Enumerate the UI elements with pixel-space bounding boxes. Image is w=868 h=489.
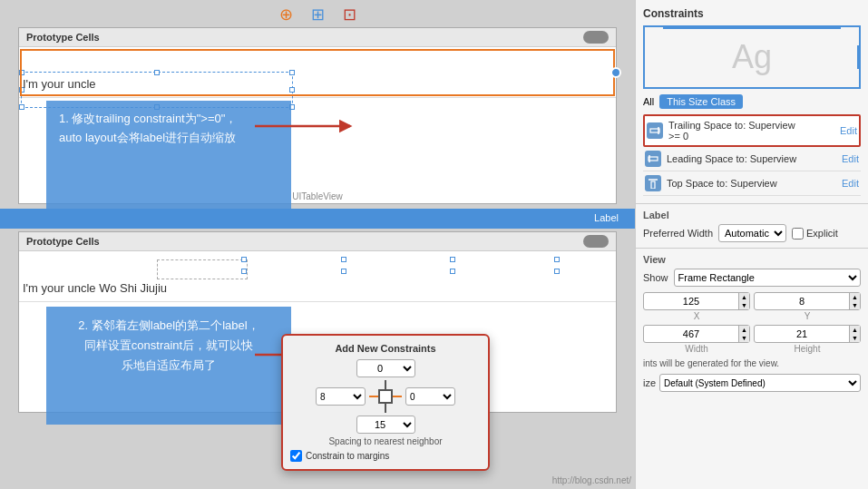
right-panel: Constraints Ag All This Size Class Trail… bbox=[635, 0, 868, 489]
handle-r4[interactable] bbox=[341, 257, 346, 262]
handle-r8[interactable] bbox=[554, 257, 560, 262]
explicit-check[interactable] bbox=[792, 228, 804, 240]
second-label-selection bbox=[157, 259, 248, 279]
icon-red-top[interactable]: ⊡ bbox=[343, 5, 356, 24]
label-badge: Label bbox=[585, 211, 628, 224]
x-input[interactable] bbox=[644, 296, 738, 307]
handle-mr[interactable] bbox=[289, 87, 295, 93]
width-label: Width bbox=[643, 344, 750, 354]
leading-icon bbox=[645, 151, 661, 167]
y-input[interactable] bbox=[755, 296, 849, 307]
y-up[interactable]: ▲ bbox=[850, 293, 860, 301]
preferred-width-select[interactable]: Automatic bbox=[718, 224, 786, 242]
trailing-value: >= 0 bbox=[668, 131, 840, 142]
add-constraints-title: Add New Constraints bbox=[290, 343, 481, 354]
size-select[interactable]: Default (System Defined) bbox=[659, 374, 861, 392]
x-up[interactable]: ▲ bbox=[739, 293, 749, 301]
proto-bottom-header: Prototype Cells bbox=[19, 232, 616, 251]
constrain-margins-label: Constrain to margins bbox=[306, 451, 389, 461]
constraint-middle-row: 8 0 bbox=[290, 380, 481, 413]
width-field: ▲ ▼ Width bbox=[643, 325, 750, 354]
notes-text: ints will be generated for the view. bbox=[643, 358, 779, 368]
height-stepper[interactable]: ▲ ▼ bbox=[849, 326, 860, 342]
handle-r2[interactable] bbox=[241, 257, 247, 262]
preferred-width-row: Preferred Width Automatic Explicit bbox=[643, 224, 861, 242]
w-down[interactable]: ▼ bbox=[739, 334, 749, 342]
top-text: Top Space to: Superview bbox=[667, 178, 842, 189]
annotation-top-text: 1. 修改trailing constraint为">=0"， auto lay… bbox=[59, 112, 237, 144]
handle-r7[interactable] bbox=[450, 269, 455, 274]
width-stepper[interactable]: ▲ ▼ bbox=[738, 326, 749, 342]
icon-orange-top[interactable]: ⊕ bbox=[279, 5, 293, 24]
trailing-icon bbox=[647, 122, 663, 139]
icon-blue-top[interactable]: ⊞ bbox=[311, 5, 325, 24]
ag-border-right bbox=[857, 45, 860, 69]
ag-border-top bbox=[663, 26, 841, 29]
y-label: Y bbox=[754, 311, 861, 321]
top-edit[interactable]: Edit bbox=[842, 178, 859, 189]
handle-tl[interactable] bbox=[19, 70, 24, 75]
trailing-edit[interactable]: Edit bbox=[840, 125, 857, 136]
cross-bottom-line bbox=[385, 404, 386, 413]
blue-divider: ⊕ ⊞ ⊡ Label bbox=[0, 209, 635, 229]
x-down[interactable]: ▼ bbox=[739, 301, 749, 309]
height-input[interactable] bbox=[755, 328, 849, 339]
trailing-constraint-item: Trailing Space to: Superview >= 0 Edit bbox=[643, 114, 861, 147]
proto-bottom-scroll bbox=[583, 235, 609, 248]
y-stepper[interactable]: ▲ ▼ bbox=[849, 293, 860, 309]
label-text-top: I'm your uncle bbox=[23, 77, 96, 91]
label-section-title: Label bbox=[643, 210, 861, 220]
tab-all[interactable]: All bbox=[643, 96, 654, 107]
cell-row-bottom: I'm your uncle Wo Shi Jiujiu bbox=[19, 252, 616, 302]
width-input[interactable] bbox=[644, 328, 738, 339]
handle-bl[interactable] bbox=[19, 104, 24, 110]
leading-edit[interactable]: Edit bbox=[842, 153, 859, 164]
constraint-bottom-row: 15 bbox=[290, 416, 481, 434]
h-down[interactable]: ▼ bbox=[850, 334, 860, 342]
y-field: ▲ ▼ Y bbox=[754, 292, 861, 321]
height-field: ▲ ▼ Height bbox=[754, 325, 861, 354]
h-up[interactable]: ▲ bbox=[850, 326, 860, 334]
height-input-row: ▲ ▼ bbox=[754, 325, 861, 343]
show-select[interactable]: Frame Rectangle bbox=[674, 269, 861, 287]
top-constraint-item: Top Space to: Superview Edit bbox=[643, 171, 861, 196]
constraint-bottom-input[interactable]: 15 bbox=[356, 416, 415, 434]
explicit-checkbox: Explicit bbox=[792, 228, 838, 240]
cross-top bbox=[385, 380, 386, 389]
w-up[interactable]: ▲ bbox=[739, 326, 749, 334]
constraints-section: Constraints Ag All This Size Class Trail… bbox=[636, 0, 868, 204]
label-section: Label Preferred Width Automatic Explicit bbox=[636, 204, 868, 249]
annotation-bottom: 2. 紧邻着左侧label的第二个label， 同样设置constraint后，… bbox=[46, 307, 291, 425]
proto-top-container: Prototype Cells I'm your uncle bbox=[18, 27, 617, 204]
y-down[interactable]: ▼ bbox=[850, 301, 860, 309]
show-row: Show Frame Rectangle bbox=[643, 269, 861, 287]
ag-text: Ag bbox=[732, 38, 772, 76]
handle-tr[interactable] bbox=[289, 70, 295, 75]
handle-tm[interactable] bbox=[154, 70, 160, 75]
toolbar-top: ⊕ ⊞ ⊡ bbox=[0, 2, 635, 27]
tab-this-size-class[interactable]: This Size Class bbox=[659, 94, 743, 109]
constrain-margins-checkbox[interactable] bbox=[290, 450, 302, 462]
y-input-row: ▲ ▼ bbox=[754, 292, 861, 310]
handle-r9[interactable] bbox=[554, 269, 560, 274]
handle-r6[interactable] bbox=[450, 257, 455, 262]
add-constraints-popup: Add New Constraints 0 8 0 bbox=[281, 334, 490, 471]
constraint-dot-right bbox=[610, 67, 621, 78]
cell-row-top: I'm your uncle bbox=[19, 48, 616, 98]
x-label: X bbox=[643, 311, 750, 321]
x-input-row: ▲ ▼ bbox=[643, 292, 750, 310]
handle-r5[interactable] bbox=[341, 269, 346, 274]
show-label: Show bbox=[643, 272, 668, 283]
constraint-top-row: 0 bbox=[290, 359, 481, 377]
constraint-top-input[interactable]: 0 bbox=[356, 359, 415, 377]
constrain-margins-row: Constrain to margins bbox=[290, 450, 481, 462]
view-notes: ints will be generated for the view. bbox=[643, 357, 861, 370]
x-field: ▲ ▼ X bbox=[643, 292, 750, 321]
proto-top-title: Prototype Cells bbox=[26, 32, 100, 43]
constraint-left-input[interactable]: 8 bbox=[316, 387, 366, 406]
constraint-cross bbox=[369, 380, 402, 413]
size-row: ize Default (System Defined) bbox=[643, 374, 861, 392]
x-stepper[interactable]: ▲ ▼ bbox=[738, 293, 749, 309]
handle-r3[interactable] bbox=[241, 269, 247, 274]
constraint-right-input[interactable]: 0 bbox=[405, 387, 455, 406]
